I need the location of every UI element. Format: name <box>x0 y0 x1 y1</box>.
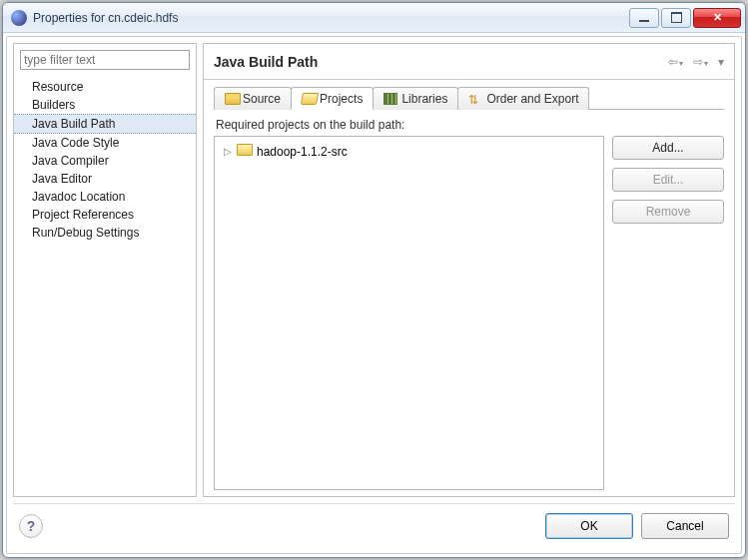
titlebar[interactable]: Properties for cn.cdeic.hdfs <box>3 3 745 33</box>
required-projects-tree[interactable]: ▷ hadoop-1.1.2-src <box>214 136 604 490</box>
client-area: Resource Builders Java Build Path Java C… <box>6 36 742 554</box>
remove-button[interactable]: Remove <box>612 200 724 224</box>
help-icon[interactable]: ? <box>19 514 43 538</box>
window-buttons <box>627 8 741 28</box>
properties-dialog: Properties for cn.cdeic.hdfs Resource Bu… <box>2 2 746 558</box>
page-pane: Java Build Path ⇦▾ ⇨▾ ▾ Source <box>203 43 735 497</box>
page-header: Java Build Path ⇦▾ ⇨▾ ▾ <box>204 44 734 80</box>
page-body: Source Projects Libraries Order and <box>204 80 734 496</box>
dialog-footer: ? OK Cancel <box>13 503 735 547</box>
eclipse-icon <box>11 10 27 26</box>
header-nav-actions: ⇦▾ ⇨▾ ▾ <box>668 55 724 69</box>
required-projects-label: Required projects on the build path: <box>216 118 724 132</box>
tab-libraries[interactable]: Libraries <box>373 87 458 110</box>
minimize-button[interactable] <box>629 8 659 28</box>
nav-item-java-editor[interactable]: Java Editor <box>14 170 196 188</box>
back-arrow-icon[interactable]: ⇦▾ <box>668 55 683 69</box>
nav-item-java-build-path[interactable]: Java Build Path <box>14 114 196 134</box>
folder-open-icon <box>302 93 316 105</box>
tab-label: Order and Export <box>486 92 578 106</box>
nav-item-java-code-style[interactable]: Java Code Style <box>14 134 196 152</box>
order-export-icon <box>468 93 482 105</box>
category-list: Resource Builders Java Build Path Java C… <box>14 76 196 496</box>
tab-order-export[interactable]: Order and Export <box>457 87 589 110</box>
page-title: Java Build Path <box>214 54 668 70</box>
filter-input[interactable] <box>20 50 190 70</box>
tab-projects[interactable]: Projects <box>291 87 374 110</box>
tree-item[interactable]: ▷ hadoop-1.1.2-src <box>221 143 597 160</box>
nav-item-java-compiler[interactable]: Java Compiler <box>14 152 196 170</box>
add-button[interactable]: Add... <box>612 136 724 160</box>
nav-item-javadoc-location[interactable]: Javadoc Location <box>14 188 196 206</box>
library-icon <box>383 93 397 105</box>
tab-label: Libraries <box>401 92 447 106</box>
nav-item-run-debug-settings[interactable]: Run/Debug Settings <box>14 224 196 242</box>
project-buttons: Add... Edit... Remove <box>612 136 724 490</box>
tab-label: Projects <box>320 92 363 106</box>
tab-label: Source <box>243 92 281 106</box>
edit-button[interactable]: Edit... <box>612 168 724 192</box>
nav-item-resource[interactable]: Resource <box>14 78 196 96</box>
close-button[interactable] <box>693 8 741 28</box>
nav-item-project-references[interactable]: Project References <box>14 206 196 224</box>
tree-item-label: hadoop-1.1.2-src <box>257 145 348 159</box>
window-title: Properties for cn.cdeic.hdfs <box>33 11 627 25</box>
forward-arrow-icon[interactable]: ⇨▾ <box>693 55 708 69</box>
expand-icon[interactable]: ▷ <box>223 146 233 157</box>
buildpath-tabs: Source Projects Libraries Order and <box>214 86 724 110</box>
ok-button[interactable]: OK <box>545 513 633 539</box>
nav-item-builders[interactable]: Builders <box>14 96 196 114</box>
folder-icon <box>225 93 239 105</box>
category-pane: Resource Builders Java Build Path Java C… <box>13 43 197 497</box>
maximize-button[interactable] <box>661 8 691 28</box>
project-icon <box>237 144 253 159</box>
tab-source[interactable]: Source <box>214 87 292 110</box>
view-menu-icon[interactable]: ▾ <box>718 55 724 69</box>
cancel-button[interactable]: Cancel <box>641 513 729 539</box>
